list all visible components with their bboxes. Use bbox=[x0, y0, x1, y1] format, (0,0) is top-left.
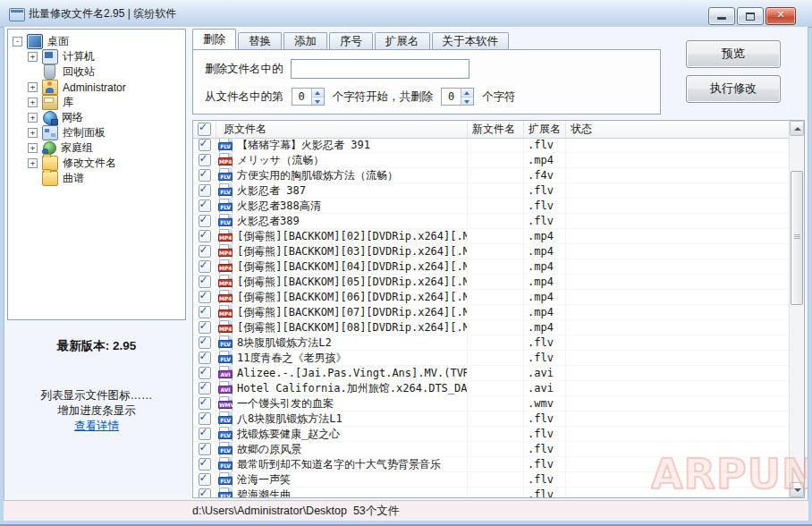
tree-item[interactable]: + 库 bbox=[8, 95, 185, 110]
spinner-up-icon[interactable] bbox=[312, 89, 324, 98]
tree-item[interactable]: + Administrator bbox=[8, 80, 185, 95]
file-extension: .flv bbox=[524, 214, 566, 228]
row-checkbox[interactable] bbox=[199, 245, 211, 258]
file-row[interactable]: FLV 找锻炼要健康_赵之心 .flv bbox=[193, 427, 789, 442]
tree-expander-icon[interactable]: + bbox=[28, 82, 38, 92]
tree-expander-icon[interactable]: + bbox=[28, 52, 38, 62]
row-checkbox[interactable] bbox=[199, 382, 211, 394]
tree-expander-icon[interactable]: + bbox=[28, 113, 38, 123]
tree-expander-icon[interactable]: - bbox=[13, 37, 22, 47]
tab[interactable]: 替换 bbox=[238, 32, 282, 49]
tree-expander-icon[interactable]: + bbox=[28, 143, 38, 153]
select-all-checkbox[interactable] bbox=[198, 123, 211, 136]
tab[interactable]: 序号 bbox=[329, 32, 373, 49]
tab[interactable]: 删除 bbox=[192, 29, 236, 49]
file-extension: .avi bbox=[524, 381, 566, 395]
row-checkbox[interactable] bbox=[199, 352, 211, 364]
file-row[interactable]: MP4 [倒霉熊][BACKKOM][02][DVDRip.x264][.MP4… bbox=[193, 229, 789, 244]
file-row[interactable]: FLV 火影忍者388高清 .flv bbox=[193, 199, 789, 214]
execute-rename-button[interactable]: 执行修改 bbox=[686, 75, 781, 103]
scroll-up-icon[interactable] bbox=[790, 121, 804, 136]
file-row[interactable]: FLV 故郷の原风景 .flv bbox=[193, 442, 789, 457]
column-original-name[interactable]: 原文件名 bbox=[216, 121, 468, 138]
row-checkbox[interactable] bbox=[199, 184, 211, 197]
row-checkbox[interactable] bbox=[199, 276, 211, 288]
row-checkbox[interactable] bbox=[199, 336, 211, 349]
spinner-down-icon[interactable] bbox=[461, 98, 473, 106]
column-extension[interactable]: 扩展名 bbox=[524, 121, 566, 138]
tab[interactable]: 关于本软件 bbox=[432, 32, 510, 49]
file-row[interactable]: FLV 碧海潮生曲 .flv bbox=[193, 488, 789, 497]
file-row[interactable]: AVI Hotel California.加州旅馆.x264.DTS_DAKEA… bbox=[193, 381, 789, 396]
row-checkbox[interactable] bbox=[199, 139, 211, 151]
file-row[interactable]: MP4 [倒霉熊][BACKKOM][06][DVDRip.x264][.MP4… bbox=[193, 290, 789, 305]
row-checkbox[interactable] bbox=[199, 458, 211, 471]
row-checkbox[interactable] bbox=[199, 291, 211, 303]
file-row[interactable]: FLV 11度青春之《老男孩》 .flv bbox=[193, 351, 789, 366]
tree-item[interactable]: + 家庭组 bbox=[8, 140, 185, 156]
file-row[interactable]: FLV 方便实用的胸肌锻炼方法（流畅） .f4v bbox=[193, 168, 789, 183]
row-checkbox[interactable] bbox=[199, 367, 211, 379]
file-row[interactable]: FLV 火影忍者389 .flv bbox=[193, 214, 789, 229]
tree-expander-icon[interactable]: + bbox=[28, 98, 38, 107]
tree-expander-icon[interactable]: + bbox=[28, 158, 38, 168]
maximize-button[interactable] bbox=[737, 7, 764, 25]
close-button[interactable]: ✕ bbox=[765, 7, 796, 25]
file-type-icon: FLV bbox=[219, 183, 233, 198]
row-checkbox[interactable] bbox=[199, 260, 211, 273]
tree-expander-icon[interactable]: + bbox=[28, 128, 38, 138]
tree-item[interactable]: 曲谱 bbox=[8, 171, 185, 186]
spinner-up-icon[interactable] bbox=[461, 89, 473, 98]
file-row[interactable]: FLV 【猪猪字幕】火影忍者 391 .flv bbox=[193, 138, 789, 153]
file-row[interactable]: MP4 [倒霉熊][BACKKOM][08][DVDRip.x264][.MP4… bbox=[193, 320, 789, 335]
file-row[interactable]: MP4 メリッサ（流畅） .mp4 bbox=[193, 153, 789, 168]
column-status[interactable]: 状态 bbox=[566, 121, 789, 138]
row-checkbox[interactable] bbox=[199, 215, 211, 227]
tree-item[interactable]: + 修改文件名 bbox=[8, 156, 185, 171]
row-checkbox[interactable] bbox=[199, 428, 211, 440]
file-row[interactable]: WMV 一个馒头引发的血案 .wmv bbox=[193, 396, 789, 411]
spinner-down-icon[interactable] bbox=[312, 98, 324, 106]
tab[interactable]: 添加 bbox=[283, 32, 327, 49]
row-checkbox[interactable] bbox=[199, 199, 211, 212]
file-row[interactable]: FLV 八8块腹肌锻炼方法L1 .flv bbox=[193, 411, 789, 427]
row-checkbox[interactable] bbox=[199, 154, 211, 166]
file-row[interactable]: FLV 最常听到却不知道名字的十大气势背景音乐 .flv bbox=[193, 457, 789, 472]
original-filename: 一个馒头引发的血案 bbox=[237, 396, 334, 411]
file-row[interactable]: MP4 [倒霉熊][BACKKOM][03][DVDRip.x264][.MP4… bbox=[193, 244, 789, 259]
vertical-scrollbar[interactable] bbox=[789, 121, 804, 497]
row-checkbox[interactable] bbox=[199, 169, 211, 182]
row-checkbox[interactable] bbox=[199, 397, 211, 410]
row-checkbox[interactable] bbox=[199, 321, 211, 334]
file-row[interactable]: MP4 [倒霉熊][BACKKOM][04][DVDRip.x264][.MP4… bbox=[193, 259, 789, 275]
tree-item[interactable]: + 计算机 bbox=[8, 49, 185, 64]
delete-count-spinner[interactable]: 0 bbox=[441, 88, 474, 106]
delete-text-input[interactable] bbox=[291, 59, 469, 79]
file-row[interactable]: FLV 沧海一声笑 .flv bbox=[193, 472, 789, 488]
row-checkbox[interactable] bbox=[199, 412, 211, 425]
new-filename bbox=[468, 153, 524, 167]
file-row[interactable]: MP4 [倒霉熊][BACKKOM][05][DVDRip.x264][.MP4… bbox=[193, 275, 789, 290]
tree-item[interactable]: - 桌面 bbox=[8, 34, 185, 49]
tree-item[interactable]: 回收站 bbox=[8, 64, 185, 80]
row-checkbox[interactable] bbox=[199, 488, 211, 497]
tree-item[interactable]: + 控制面板 bbox=[8, 125, 185, 140]
scrollbar-thumb[interactable] bbox=[791, 171, 803, 305]
row-checkbox[interactable] bbox=[199, 230, 211, 242]
scroll-down-icon[interactable] bbox=[790, 482, 804, 497]
row-checkbox[interactable] bbox=[199, 473, 211, 486]
file-row[interactable]: FLV 火影忍者 387 .flv bbox=[193, 183, 789, 199]
file-row[interactable]: AVI Alizee.-.[Jai.Pas.Vingt.Ans].MV.(TVR… bbox=[193, 366, 789, 381]
row-checkbox[interactable] bbox=[199, 306, 211, 318]
view-details-link[interactable]: 查看详情 bbox=[74, 420, 119, 432]
start-pos-spinner[interactable]: 0 bbox=[292, 88, 325, 106]
file-row[interactable]: MP4 [倒霉熊][BACKKOM][07][DVDRip.x264][.MP4… bbox=[193, 305, 789, 320]
minimize-button[interactable] bbox=[708, 7, 735, 25]
tree-item-icon bbox=[42, 49, 58, 64]
preview-button[interactable]: 预览 bbox=[686, 40, 781, 68]
tab[interactable]: 扩展名 bbox=[375, 32, 430, 49]
column-new-name[interactable]: 新文件名 bbox=[468, 121, 524, 138]
tree-item[interactable]: + 网络 bbox=[8, 110, 185, 125]
row-checkbox[interactable] bbox=[199, 443, 211, 455]
file-row[interactable]: FLV 8块腹肌锻炼方法L2 .flv bbox=[193, 335, 789, 351]
